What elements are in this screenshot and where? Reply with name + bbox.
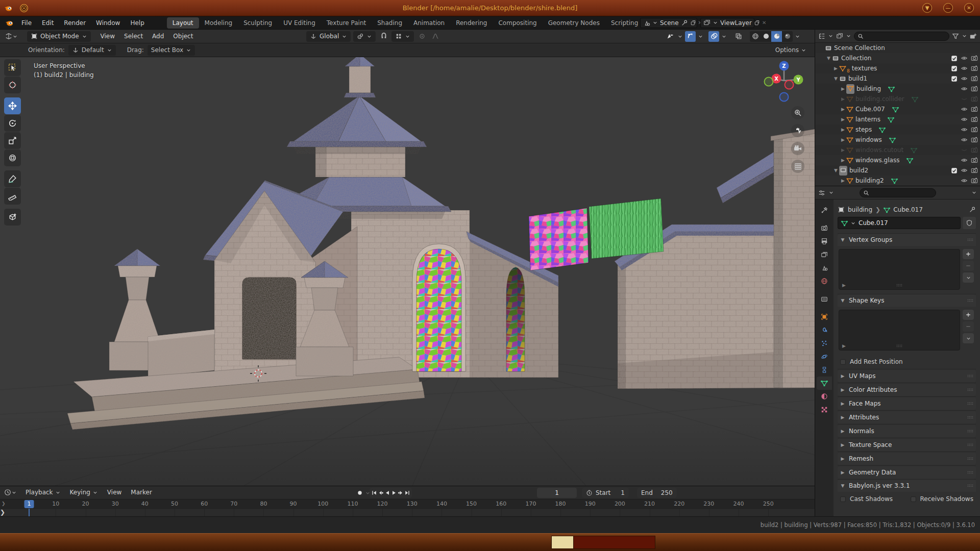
tab-compositing[interactable]: Compositing (493, 17, 542, 29)
stained-glass-window-side[interactable] (506, 267, 525, 371)
tab-animation[interactable]: Animation (408, 17, 450, 29)
properties-tab-view-layer[interactable] (817, 248, 832, 261)
options-dropdown[interactable]: Options (775, 46, 806, 54)
expand-icon[interactable]: ▶ (842, 343, 846, 348)
hide-viewport-toggle[interactable] (961, 106, 968, 113)
properties-tab-render[interactable] (817, 221, 832, 235)
disable-render-toggle[interactable] (971, 177, 978, 184)
new-copy-icon[interactable] (754, 20, 760, 26)
falloff-curve-icon[interactable] (430, 31, 440, 42)
transform-orientation-dropdown[interactable]: Global (306, 31, 351, 42)
panel-header-normals[interactable]: ▶Normals (838, 425, 976, 437)
measure-tool-button[interactable] (4, 188, 21, 205)
stained-glass-window-main[interactable] (412, 244, 465, 371)
include-checkbox[interactable] (951, 55, 958, 62)
properties-tab-collection[interactable] (817, 292, 832, 306)
panel-header-color-attributes[interactable]: ▶Color Attributes (838, 384, 976, 396)
chevron-down-icon[interactable] (12, 34, 18, 39)
expander-icon[interactable]: ▶ (840, 117, 846, 122)
rotate-tool-button[interactable] (4, 115, 21, 132)
panel-header-babylon-js-ver-3-3-1[interactable]: ▼Babylon.js ver 3.3.1 (838, 480, 976, 492)
disable-render-toggle[interactable] (971, 126, 978, 133)
disable-render-toggle[interactable] (971, 146, 978, 154)
drag-grip-icon[interactable] (967, 442, 974, 448)
drag-mode-dropdown[interactable]: Select Box (148, 45, 195, 56)
close-button[interactable]: ✕ (964, 3, 974, 13)
properties-tab-world[interactable] (817, 274, 832, 288)
minimize-button[interactable]: — (943, 3, 953, 13)
drag-grip-icon[interactable] (967, 400, 974, 407)
drag-grip-icon[interactable] (967, 387, 974, 393)
viewport-canvas[interactable]: User Perspective (1) build2 | building Z… (0, 57, 815, 486)
show-overlays-toggle[interactable] (708, 31, 719, 42)
panel-header-shape-keys[interactable]: ▼Shape Keys (838, 294, 976, 307)
shape-keys-list[interactable]: ▶ (839, 310, 960, 350)
new-collection-button[interactable] (970, 33, 977, 40)
jump-end-button[interactable] (404, 488, 410, 497)
breadcrumb-data[interactable]: Cube.017 (893, 206, 923, 213)
door[interactable] (242, 278, 296, 359)
outliner-row-cube-007[interactable]: ▶Cube.007 (815, 104, 980, 114)
snap-magnet-toggle[interactable] (378, 31, 389, 42)
navigation-gizmo[interactable]: Z X Y (763, 59, 805, 102)
window-titlebar[interactable]: Blender [/home/amalie/Desktop/blender/sh… (0, 0, 980, 16)
drag-grip-icon[interactable] (967, 414, 974, 420)
drag-grip-icon[interactable] (967, 456, 974, 462)
pivot-point-dropdown[interactable] (353, 31, 376, 42)
outliner-row-build1[interactable]: ▼build1 (815, 73, 980, 84)
jump-start-button[interactable] (371, 488, 377, 497)
shading-rendered-button[interactable] (782, 31, 793, 42)
disable-render-toggle[interactable] (971, 75, 978, 82)
timeline-menu-playback[interactable]: Playback (21, 487, 65, 497)
shade-button[interactable]: ▼ (922, 3, 932, 13)
proportional-edit-toggle[interactable] (416, 31, 427, 42)
remove-item-button[interactable] (963, 321, 974, 332)
expander-icon[interactable]: ▶ (840, 127, 846, 132)
datablock-name-field[interactable]: Cube.017 (838, 217, 961, 229)
pin-icon[interactable] (969, 206, 976, 213)
pager-inactive-desktop[interactable] (574, 536, 655, 549)
show-gizmo-toggle[interactable] (685, 31, 696, 42)
outliner-row-build2[interactable]: ▼build2 (815, 165, 980, 176)
panel-header-vertex-groups[interactable]: ▼Vertex Groups (838, 234, 976, 246)
auto-keyframe-button[interactable] (354, 488, 365, 498)
outliner-row-lanterns[interactable]: ▶lanterns (815, 114, 980, 124)
outliner-row-scene-collection[interactable]: Scene Collection (815, 43, 980, 53)
transform-tool-button[interactable] (4, 149, 21, 166)
drag-grip-icon[interactable] (967, 373, 974, 379)
outliner-row-steps[interactable]: ▶steps (815, 124, 980, 135)
setting-receive-shadows[interactable]: Receive Shadows (910, 495, 976, 503)
viewport-menu-view[interactable]: View (96, 31, 119, 41)
properties-tab-scene[interactable] (817, 261, 832, 274)
hide-viewport-toggle[interactable] (961, 95, 968, 103)
editor-type-timeline-icon[interactable] (4, 489, 11, 496)
hide-viewport-toggle[interactable] (961, 75, 968, 82)
expander-icon[interactable]: ▼ (832, 76, 839, 81)
outliner-row-building[interactable]: ▶building (815, 84, 980, 94)
next-key-button[interactable] (398, 488, 404, 497)
zoom-button[interactable] (791, 106, 804, 119)
current-frame-indicator[interactable]: 1 (24, 500, 34, 508)
add-cube-tool-button[interactable] (4, 209, 21, 226)
hide-viewport-toggle[interactable] (961, 65, 968, 72)
properties-tab-tool[interactable] (817, 204, 832, 217)
properties-tab-material[interactable] (817, 390, 832, 403)
chevron-down-icon[interactable] (971, 190, 977, 195)
panel-header-attributes[interactable]: ▶Attributes (838, 411, 976, 423)
viewport-menu-object[interactable]: Object (168, 31, 198, 41)
scene-selector[interactable]: Scene ✕ (640, 18, 697, 28)
specials-menu-button[interactable] (963, 333, 974, 343)
drag-grip-icon[interactable] (967, 297, 974, 304)
texture-plane-green[interactable] (589, 198, 664, 259)
chevron-down-icon[interactable] (11, 490, 17, 495)
expander-icon[interactable]: ▼ (825, 56, 832, 61)
select-box-tool-button[interactable] (4, 59, 21, 76)
expander-icon[interactable]: ▶ (840, 158, 846, 163)
tab-layout[interactable]: Layout (167, 17, 199, 29)
menu-help[interactable]: Help (125, 18, 149, 28)
outliner-row-textures[interactable]: ▶8textures (815, 63, 980, 73)
add-rest-position-checkbox[interactable] (840, 359, 846, 365)
setting-add-rest-position[interactable]: Add Rest Position (840, 358, 908, 365)
viewport-menu-select[interactable]: Select (119, 31, 148, 41)
tab-geometry-nodes[interactable]: Geometry Nodes (543, 17, 605, 29)
